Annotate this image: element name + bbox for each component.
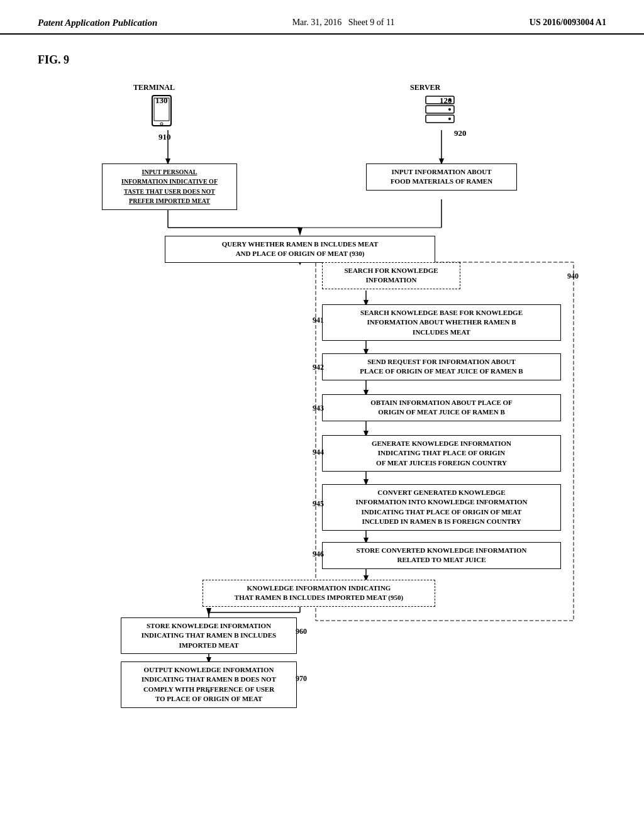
main-content: FIG. 9 [0,35,644,706]
header-date: Mar. 31, 2016 [292,18,342,27]
svg-marker-27 [206,608,211,616]
box-945: CONVERT GENERATED KNOWLEDGE INFORMATION … [322,484,561,531]
box-946: STORE CONVERTED KNOWLEDGE INFORMATION RE… [322,542,561,569]
box-960: STORE KNOWLEDGE INFORMATION INDICATING T… [121,617,297,654]
box-930: QUERY WHETHER RAMEN B INCLUDES MEAT AND … [165,236,435,263]
svg-marker-8 [297,228,303,236]
label-940: 940 [567,272,579,281]
terminal-label: TERMINAL [133,83,175,92]
page-header: Patent Application Publication Mar. 31, … [0,0,644,35]
diagram-wrapper: TERMINAL 130 910 SERVER 120 92 [52,77,592,693]
box-left-input: INPUT PERSONAL INFORMATION INDICATIVE OF… [102,163,237,210]
box-right-input: INPUT INFORMATION ABOUT FOOD MATERIALS O… [366,163,517,191]
header-right: US 2016/0093004 A1 [530,18,606,28]
svg-point-40 [448,118,451,120]
box-950: KNOWLEDGE INFORMATION INDICATING THAT RA… [203,580,435,607]
header-sheet: Sheet 9 of 11 [348,18,395,27]
label-944: 944 [313,448,324,457]
svg-point-39 [448,108,451,111]
box-944: GENERATE KNOWLEDGE INFORMATION INDICATIN… [322,435,561,472]
label-943: 943 [313,404,324,413]
server-box-num: 920 [454,128,467,138]
terminal-arrow-num: 130 [155,96,168,106]
box-search: SEARCH FOR KNOWLEDGE INFORMATION [322,262,460,289]
label-941: 941 [313,316,324,325]
label-960: 960 [296,627,307,636]
label-970: 970 [296,674,307,683]
header-center: Mar. 31, 2016 Sheet 9 of 11 [292,18,395,28]
box-943: OBTAIN INFORMATION ABOUT PLACE OF ORIGIN… [322,394,561,421]
fig-label: FIG. 9 [38,53,606,67]
label-945: 945 [313,499,324,509]
svg-point-34 [160,123,163,125]
label-942: 942 [313,363,324,372]
box-942: SEND REQUEST FOR INFORMATION ABOUT PLACE… [322,353,561,380]
label-946: 946 [313,550,324,559]
server-arrow-num: 120 [440,96,452,106]
box-970: OUTPUT KNOWLEDGE INFORMATION INDICATING … [121,661,297,708]
server-label: SERVER [410,83,440,92]
header-left: Patent Application Publication [38,18,157,28]
box-941: SEARCH KNOWLEDGE BASE FOR KNOWLEDGE INFO… [322,304,561,341]
terminal-box-num: 910 [158,132,171,142]
